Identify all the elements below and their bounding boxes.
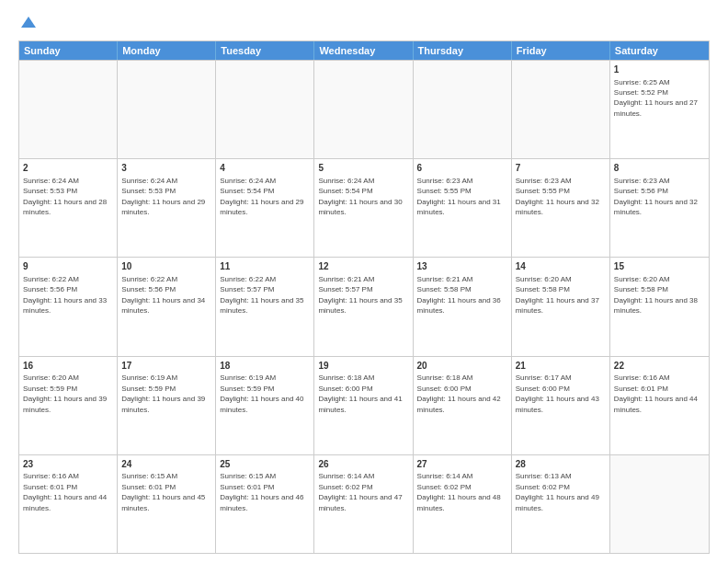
week-row-3: 16Sunrise: 6:20 AM Sunset: 5:59 PM Dayli… [19, 356, 709, 454]
logo [18, 15, 38, 33]
calendar-body: 1Sunrise: 6:25 AM Sunset: 5:52 PM Daylig… [19, 60, 709, 553]
day-cell-24: 24Sunrise: 6:15 AM Sunset: 6:01 PM Dayli… [118, 455, 216, 553]
empty-cell [610, 455, 709, 553]
day-info: Sunrise: 6:22 AM Sunset: 5:57 PM Dayligh… [220, 275, 303, 315]
day-number: 9 [23, 260, 113, 273]
day-cell-11: 11Sunrise: 6:22 AM Sunset: 5:57 PM Dayli… [216, 258, 314, 355]
day-info: Sunrise: 6:22 AM Sunset: 5:56 PM Dayligh… [23, 275, 107, 315]
day-number: 23 [23, 458, 113, 471]
day-number: 26 [318, 458, 408, 471]
day-number: 16 [23, 360, 113, 373]
empty-cell [216, 61, 314, 158]
week-row-0: 1Sunrise: 6:25 AM Sunset: 5:52 PM Daylig… [19, 60, 709, 158]
day-cell-23: 23Sunrise: 6:16 AM Sunset: 6:01 PM Dayli… [19, 455, 118, 553]
day-info: Sunrise: 6:17 AM Sunset: 6:00 PM Dayligh… [516, 373, 599, 413]
day-number: 20 [417, 360, 507, 373]
day-cell-20: 20Sunrise: 6:18 AM Sunset: 6:00 PM Dayli… [414, 357, 512, 454]
day-info: Sunrise: 6:23 AM Sunset: 5:56 PM Dayligh… [614, 177, 698, 216]
empty-cell [512, 61, 610, 158]
day-info: Sunrise: 6:23 AM Sunset: 5:55 PM Dayligh… [417, 177, 501, 216]
day-number: 25 [220, 458, 310, 471]
header-day-thursday: Thursday [414, 41, 512, 60]
day-number: 18 [220, 360, 310, 373]
day-cell-14: 14Sunrise: 6:20 AM Sunset: 5:58 PM Dayli… [512, 258, 610, 355]
calendar-header: SundayMondayTuesdayWednesdayThursdayFrid… [19, 41, 709, 60]
header-day-wednesday: Wednesday [314, 41, 413, 60]
day-cell-22: 22Sunrise: 6:16 AM Sunset: 6:01 PM Dayli… [610, 357, 709, 454]
day-number: 24 [121, 458, 211, 471]
day-info: Sunrise: 6:18 AM Sunset: 6:00 PM Dayligh… [417, 373, 501, 413]
day-info: Sunrise: 6:20 AM Sunset: 5:59 PM Dayligh… [23, 373, 107, 413]
day-number: 6 [417, 162, 507, 175]
day-info: Sunrise: 6:24 AM Sunset: 5:54 PM Dayligh… [318, 177, 402, 216]
day-cell-6: 6Sunrise: 6:23 AM Sunset: 5:55 PM Daylig… [414, 159, 512, 257]
calendar: SundayMondayTuesdayWednesdayThursdayFrid… [18, 40, 710, 554]
day-cell-3: 3Sunrise: 6:24 AM Sunset: 5:53 PM Daylig… [118, 159, 216, 257]
day-number: 27 [417, 458, 507, 471]
day-cell-16: 16Sunrise: 6:20 AM Sunset: 5:59 PM Dayli… [19, 357, 118, 454]
day-cell-7: 7Sunrise: 6:23 AM Sunset: 5:55 PM Daylig… [512, 159, 610, 257]
day-number: 10 [121, 260, 211, 273]
header-day-friday: Friday [512, 41, 610, 60]
empty-cell [19, 61, 118, 158]
day-cell-12: 12Sunrise: 6:21 AM Sunset: 5:57 PM Dayli… [314, 258, 413, 355]
header-day-monday: Monday [118, 41, 216, 60]
day-cell-26: 26Sunrise: 6:14 AM Sunset: 6:02 PM Dayli… [314, 455, 413, 553]
day-cell-19: 19Sunrise: 6:18 AM Sunset: 6:00 PM Dayli… [314, 357, 413, 454]
header-day-tuesday: Tuesday [216, 41, 314, 60]
day-info: Sunrise: 6:14 AM Sunset: 6:02 PM Dayligh… [417, 472, 501, 511]
day-info: Sunrise: 6:20 AM Sunset: 5:58 PM Dayligh… [516, 275, 599, 315]
day-number: 28 [516, 458, 606, 471]
empty-cell [118, 61, 216, 158]
day-number: 12 [318, 260, 408, 273]
day-number: 11 [220, 260, 310, 273]
day-cell-4: 4Sunrise: 6:24 AM Sunset: 5:54 PM Daylig… [216, 159, 314, 257]
day-info: Sunrise: 6:16 AM Sunset: 6:01 PM Dayligh… [614, 373, 698, 413]
day-cell-21: 21Sunrise: 6:17 AM Sunset: 6:00 PM Dayli… [512, 357, 610, 454]
day-number: 21 [516, 360, 606, 373]
svg-marker-0 [21, 17, 36, 28]
day-cell-18: 18Sunrise: 6:19 AM Sunset: 5:59 PM Dayli… [216, 357, 314, 454]
day-info: Sunrise: 6:14 AM Sunset: 6:02 PM Dayligh… [318, 472, 402, 511]
page: SundayMondayTuesdayWednesdayThursdayFrid… [0, 0, 728, 563]
day-cell-27: 27Sunrise: 6:14 AM Sunset: 6:02 PM Dayli… [414, 455, 512, 553]
day-info: Sunrise: 6:16 AM Sunset: 6:01 PM Dayligh… [23, 472, 107, 511]
day-number: 3 [121, 162, 211, 175]
day-cell-2: 2Sunrise: 6:24 AM Sunset: 5:53 PM Daylig… [19, 159, 118, 257]
day-info: Sunrise: 6:13 AM Sunset: 6:02 PM Dayligh… [516, 472, 599, 511]
day-number: 8 [614, 162, 705, 175]
empty-cell [314, 61, 413, 158]
day-cell-9: 9Sunrise: 6:22 AM Sunset: 5:56 PM Daylig… [19, 258, 118, 355]
day-cell-25: 25Sunrise: 6:15 AM Sunset: 6:01 PM Dayli… [216, 455, 314, 553]
day-info: Sunrise: 6:19 AM Sunset: 5:59 PM Dayligh… [220, 373, 303, 413]
day-info: Sunrise: 6:22 AM Sunset: 5:56 PM Dayligh… [121, 275, 205, 315]
day-info: Sunrise: 6:19 AM Sunset: 5:59 PM Dayligh… [121, 373, 205, 413]
day-number: 7 [516, 162, 606, 175]
day-number: 5 [318, 162, 408, 175]
day-number: 17 [121, 360, 211, 373]
day-cell-28: 28Sunrise: 6:13 AM Sunset: 6:02 PM Dayli… [512, 455, 610, 553]
day-info: Sunrise: 6:25 AM Sunset: 5:52 PM Dayligh… [614, 78, 698, 118]
day-info: Sunrise: 6:21 AM Sunset: 5:58 PM Dayligh… [417, 275, 501, 315]
day-info: Sunrise: 6:20 AM Sunset: 5:58 PM Dayligh… [614, 275, 698, 315]
day-info: Sunrise: 6:24 AM Sunset: 5:53 PM Dayligh… [23, 177, 107, 216]
logo-icon [19, 15, 38, 33]
day-cell-1: 1Sunrise: 6:25 AM Sunset: 5:52 PM Daylig… [610, 61, 709, 158]
day-info: Sunrise: 6:24 AM Sunset: 5:54 PM Dayligh… [220, 177, 303, 216]
day-info: Sunrise: 6:23 AM Sunset: 5:55 PM Dayligh… [516, 177, 599, 216]
week-row-1: 2Sunrise: 6:24 AM Sunset: 5:53 PM Daylig… [19, 158, 709, 257]
day-number: 13 [417, 260, 507, 273]
day-info: Sunrise: 6:18 AM Sunset: 6:00 PM Dayligh… [318, 373, 402, 413]
day-cell-8: 8Sunrise: 6:23 AM Sunset: 5:56 PM Daylig… [610, 159, 709, 257]
day-info: Sunrise: 6:21 AM Sunset: 5:57 PM Dayligh… [318, 275, 402, 315]
day-info: Sunrise: 6:15 AM Sunset: 6:01 PM Dayligh… [121, 472, 205, 511]
day-info: Sunrise: 6:24 AM Sunset: 5:53 PM Dayligh… [121, 177, 205, 216]
day-cell-13: 13Sunrise: 6:21 AM Sunset: 5:58 PM Dayli… [414, 258, 512, 355]
day-info: Sunrise: 6:15 AM Sunset: 6:01 PM Dayligh… [220, 472, 303, 511]
day-cell-15: 15Sunrise: 6:20 AM Sunset: 5:58 PM Dayli… [610, 258, 709, 355]
empty-cell [414, 61, 512, 158]
day-number: 15 [614, 260, 705, 273]
day-cell-10: 10Sunrise: 6:22 AM Sunset: 5:56 PM Dayli… [118, 258, 216, 355]
day-cell-17: 17Sunrise: 6:19 AM Sunset: 5:59 PM Dayli… [118, 357, 216, 454]
header [18, 15, 710, 33]
